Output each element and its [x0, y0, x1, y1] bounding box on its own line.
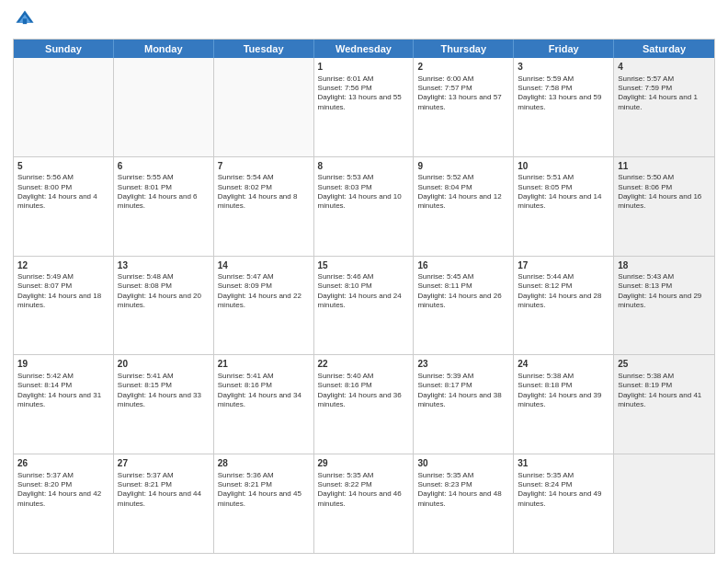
day-number: 27 [118, 457, 210, 470]
day-number: 10 [518, 160, 609, 173]
day-number: 17 [518, 259, 609, 272]
cal-cell: 11Sunrise: 5:50 AM Sunset: 8:06 PM Dayli… [614, 157, 714, 256]
cal-cell: 26Sunrise: 5:37 AM Sunset: 8:20 PM Dayli… [14, 454, 114, 553]
cal-week-3: 12Sunrise: 5:49 AM Sunset: 8:07 PM Dayli… [14, 257, 714, 356]
cal-cell: 5Sunrise: 5:56 AM Sunset: 8:00 PM Daylig… [14, 157, 114, 256]
cell-info: Sunrise: 5:37 AM Sunset: 8:21 PM Dayligh… [118, 471, 210, 510]
day-number: 12 [17, 259, 109, 272]
cell-info: Sunrise: 5:59 AM Sunset: 7:58 PM Dayligh… [518, 75, 609, 113]
cal-cell [114, 58, 214, 156]
cal-cell: 24Sunrise: 5:38 AM Sunset: 8:18 PM Dayli… [514, 355, 614, 454]
day-number: 31 [518, 457, 609, 470]
cell-info: Sunrise: 5:56 AM Sunset: 8:00 PM Dayligh… [17, 173, 109, 212]
day-number: 2 [417, 61, 509, 74]
cell-info: Sunrise: 5:46 AM Sunset: 8:10 PM Dayligh… [318, 272, 410, 311]
cell-info: Sunrise: 5:35 AM Sunset: 8:23 PM Dayligh… [417, 471, 509, 510]
cal-cell: 6Sunrise: 5:55 AM Sunset: 8:01 PM Daylig… [114, 157, 214, 256]
cal-cell: 14Sunrise: 5:47 AM Sunset: 8:09 PM Dayli… [214, 257, 314, 355]
cell-info: Sunrise: 5:39 AM Sunset: 8:17 PM Dayligh… [417, 372, 509, 410]
cal-week-5: 26Sunrise: 5:37 AM Sunset: 8:20 PM Dayli… [14, 454, 714, 553]
cal-cell [614, 454, 714, 553]
cell-info: Sunrise: 5:40 AM Sunset: 8:16 PM Dayligh… [318, 372, 410, 410]
cell-info: Sunrise: 6:00 AM Sunset: 7:57 PM Dayligh… [417, 75, 509, 113]
cal-cell: 3Sunrise: 5:59 AM Sunset: 7:58 PM Daylig… [514, 58, 614, 156]
day-number: 21 [218, 358, 310, 371]
cell-info: Sunrise: 5:44 AM Sunset: 8:12 PM Dayligh… [518, 272, 609, 311]
page: SundayMondayTuesdayWednesdayThursdayFrid… [0, 0, 728, 563]
cal-cell: 28Sunrise: 5:36 AM Sunset: 8:21 PM Dayli… [214, 454, 314, 553]
cal-cell: 13Sunrise: 5:48 AM Sunset: 8:08 PM Dayli… [114, 257, 214, 355]
day-number: 22 [318, 358, 410, 371]
cell-info: Sunrise: 5:55 AM Sunset: 8:01 PM Dayligh… [118, 173, 210, 212]
cell-info: Sunrise: 5:52 AM Sunset: 8:04 PM Dayligh… [417, 173, 509, 212]
cal-cell: 1Sunrise: 6:01 AM Sunset: 7:56 PM Daylig… [314, 58, 415, 156]
cal-header-tuesday: Tuesday [214, 40, 314, 58]
day-number: 18 [618, 259, 711, 272]
day-number: 6 [118, 160, 210, 173]
day-number: 24 [518, 358, 609, 371]
cal-cell: 8Sunrise: 5:53 AM Sunset: 8:03 PM Daylig… [314, 157, 415, 256]
day-number: 4 [618, 61, 711, 74]
cell-info: Sunrise: 5:57 AM Sunset: 7:59 PM Dayligh… [618, 75, 711, 113]
cell-info: Sunrise: 5:38 AM Sunset: 8:18 PM Dayligh… [518, 372, 609, 410]
day-number: 26 [17, 457, 109, 470]
day-number: 1 [318, 61, 410, 74]
cal-cell: 2Sunrise: 6:00 AM Sunset: 7:57 PM Daylig… [414, 58, 514, 156]
cell-info: Sunrise: 5:35 AM Sunset: 8:22 PM Dayligh… [318, 471, 410, 510]
cal-week-1: 1Sunrise: 6:01 AM Sunset: 7:56 PM Daylig… [14, 58, 714, 157]
cal-cell: 22Sunrise: 5:40 AM Sunset: 8:16 PM Dayli… [314, 355, 415, 454]
day-number: 16 [417, 259, 509, 272]
cal-cell: 29Sunrise: 5:35 AM Sunset: 8:22 PM Dayli… [314, 454, 415, 553]
cal-header-wednesday: Wednesday [314, 40, 415, 58]
calendar-header-row: SundayMondayTuesdayWednesdayThursdayFrid… [14, 40, 714, 58]
cell-info: Sunrise: 5:49 AM Sunset: 8:07 PM Dayligh… [17, 272, 109, 311]
logo [13, 9, 35, 33]
cal-cell [214, 58, 314, 156]
cal-header-monday: Monday [114, 40, 214, 58]
day-number: 28 [218, 457, 310, 470]
cal-cell [14, 58, 114, 156]
cal-cell: 30Sunrise: 5:35 AM Sunset: 8:23 PM Dayli… [414, 454, 514, 553]
cal-header-thursday: Thursday [414, 40, 514, 58]
svg-rect-2 [23, 18, 27, 24]
cal-header-friday: Friday [514, 40, 614, 58]
day-number: 14 [218, 259, 310, 272]
cal-cell: 25Sunrise: 5:38 AM Sunset: 8:19 PM Dayli… [614, 355, 714, 454]
calendar-body: 1Sunrise: 6:01 AM Sunset: 7:56 PM Daylig… [14, 58, 714, 553]
cal-cell: 31Sunrise: 5:35 AM Sunset: 8:24 PM Dayli… [514, 454, 614, 553]
cal-cell: 23Sunrise: 5:39 AM Sunset: 8:17 PM Dayli… [414, 355, 514, 454]
day-number: 11 [618, 160, 711, 173]
day-number: 25 [618, 358, 711, 371]
cal-cell: 7Sunrise: 5:54 AM Sunset: 8:02 PM Daylig… [214, 157, 314, 256]
cell-info: Sunrise: 5:36 AM Sunset: 8:21 PM Dayligh… [218, 471, 310, 510]
cell-info: Sunrise: 5:41 AM Sunset: 8:15 PM Dayligh… [118, 372, 210, 410]
cal-cell: 4Sunrise: 5:57 AM Sunset: 7:59 PM Daylig… [614, 58, 714, 156]
cell-info: Sunrise: 5:43 AM Sunset: 8:13 PM Dayligh… [618, 272, 711, 311]
cell-info: Sunrise: 5:51 AM Sunset: 8:05 PM Dayligh… [518, 173, 609, 212]
day-number: 30 [417, 457, 509, 470]
calendar: SundayMondayTuesdayWednesdayThursdayFrid… [13, 39, 715, 554]
logo-icon [15, 9, 35, 29]
cell-info: Sunrise: 5:42 AM Sunset: 8:14 PM Dayligh… [17, 372, 109, 410]
cal-cell: 15Sunrise: 5:46 AM Sunset: 8:10 PM Dayli… [314, 257, 415, 355]
day-number: 5 [17, 160, 109, 173]
cal-cell: 18Sunrise: 5:43 AM Sunset: 8:13 PM Dayli… [614, 257, 714, 355]
day-number: 13 [118, 259, 210, 272]
cell-info: Sunrise: 5:48 AM Sunset: 8:08 PM Dayligh… [118, 272, 210, 311]
cell-info: Sunrise: 5:47 AM Sunset: 8:09 PM Dayligh… [218, 272, 310, 311]
cal-week-2: 5Sunrise: 5:56 AM Sunset: 8:00 PM Daylig… [14, 157, 714, 257]
header [13, 9, 715, 33]
day-number: 20 [118, 358, 210, 371]
day-number: 9 [417, 160, 509, 173]
cal-cell: 16Sunrise: 5:45 AM Sunset: 8:11 PM Dayli… [414, 257, 514, 355]
cell-info: Sunrise: 5:54 AM Sunset: 8:02 PM Dayligh… [218, 173, 310, 212]
cell-info: Sunrise: 5:37 AM Sunset: 8:20 PM Dayligh… [17, 471, 109, 510]
cell-info: Sunrise: 5:53 AM Sunset: 8:03 PM Dayligh… [318, 173, 410, 212]
cal-header-sunday: Sunday [14, 40, 114, 58]
cell-info: Sunrise: 5:45 AM Sunset: 8:11 PM Dayligh… [417, 272, 509, 311]
cell-info: Sunrise: 5:38 AM Sunset: 8:19 PM Dayligh… [618, 372, 711, 410]
day-number: 3 [518, 61, 609, 74]
cell-info: Sunrise: 5:41 AM Sunset: 8:16 PM Dayligh… [218, 372, 310, 410]
cal-cell: 17Sunrise: 5:44 AM Sunset: 8:12 PM Dayli… [514, 257, 614, 355]
cal-cell: 20Sunrise: 5:41 AM Sunset: 8:15 PM Dayli… [114, 355, 214, 454]
